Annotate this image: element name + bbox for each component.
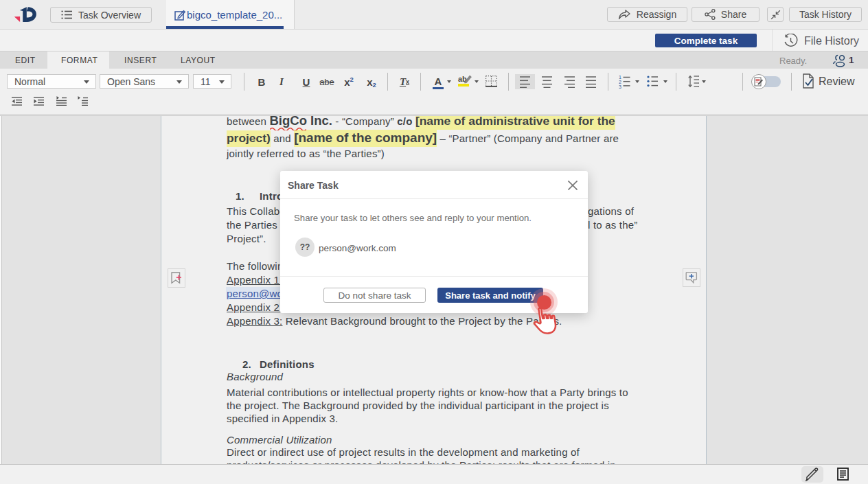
svg-text:1: 1 — [619, 75, 621, 80]
svg-text:2: 2 — [619, 80, 621, 84]
svg-text:3: 3 — [619, 84, 621, 89]
